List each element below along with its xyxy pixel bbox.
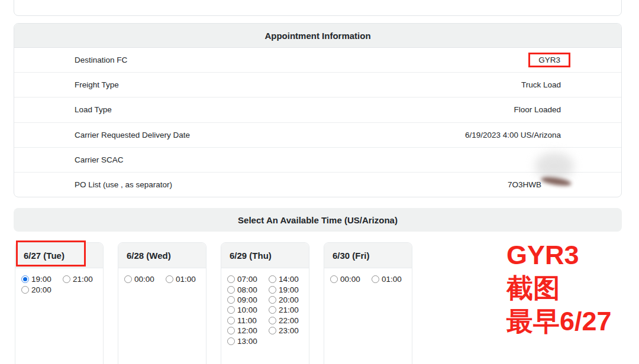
day-cards: 6/27 (Tue) 19:00 20:00 21:00 — [15, 242, 412, 364]
radio-icon[interactable] — [227, 337, 235, 345]
day-label: 6/30 (Fri) — [333, 251, 370, 261]
radio-icon[interactable] — [227, 317, 235, 324]
day-card-6-29: 6/29 (Thu) 07:00 08:00 09:00 — [221, 242, 309, 364]
radio-icon[interactable] — [124, 275, 132, 283]
row-label-load-type: Load Type — [75, 105, 112, 114]
time-slot-21-00[interactable]: 21:00 — [63, 274, 93, 284]
radio-icon[interactable] — [269, 327, 276, 334]
time-slot-19-00[interactable]: 19:00 — [21, 274, 63, 284]
radio-icon[interactable] — [227, 275, 235, 283]
day-slots: 07:00 08:00 09:00 10:00 — [221, 268, 309, 346]
time-slot-00-00[interactable]: 00:00 — [330, 274, 372, 284]
radio-icon[interactable] — [269, 317, 276, 324]
time-slot-label: 09:00 — [237, 295, 257, 304]
time-slot-09-00[interactable]: 09:00 — [227, 295, 269, 305]
row-value-po-list: 7O3HWB — [508, 180, 541, 189]
row-value-load-type: Floor Loaded — [514, 105, 561, 114]
time-slot-11-00[interactable]: 11:00 — [227, 316, 269, 326]
table-row: PO List (use , as separator) 7O3HWB — [14, 173, 621, 197]
time-slot-label: 01:00 — [382, 275, 402, 284]
day-card-6-27: 6/27 (Tue) 19:00 20:00 21:00 — [15, 242, 104, 364]
time-slot-12-00[interactable]: 12:00 — [227, 326, 269, 336]
time-slot-14-00[interactable]: 14:00 — [269, 274, 299, 284]
row-label-po-list: PO List (use , as separator) — [75, 180, 172, 189]
page: Appointment Information Destination FC G… — [0, 0, 639, 364]
time-slot-label: 08:00 — [237, 285, 257, 294]
time-slot-label: 00:00 — [340, 275, 360, 284]
row-label-freight-type: Freight Type — [75, 80, 119, 89]
time-slot-label: 21:00 — [279, 306, 299, 314]
time-slot-label: 23:00 — [279, 326, 299, 335]
annotation-line: GYR3 — [506, 239, 612, 272]
day-header-6-30: 6/30 (Fri) — [324, 243, 412, 268]
row-value-destination-fc: GYR3 — [538, 56, 560, 64]
appointment-rows: Destination FC GYR3 Freight Type Truck L… — [14, 48, 621, 197]
previous-panel-partial — [14, 0, 622, 16]
time-slot-01-00[interactable]: 01:00 — [166, 274, 196, 284]
radio-checked-icon[interactable] — [21, 275, 29, 283]
time-slot-20-00[interactable]: 20:00 — [269, 295, 299, 305]
annotation-line: 截图 — [506, 272, 612, 305]
radio-icon[interactable] — [63, 275, 70, 283]
radio-icon[interactable] — [269, 306, 276, 314]
time-slot-label: 19:00 — [31, 275, 51, 284]
day-header-6-27: 6/27 (Tue) — [15, 243, 103, 268]
time-slot-00-00[interactable]: 00:00 — [124, 274, 166, 284]
radio-icon[interactable] — [227, 296, 235, 304]
time-slot-label: 00:00 — [134, 275, 154, 284]
appointment-information-header: Appointment Information — [14, 24, 621, 48]
time-slot-19-00[interactable]: 19:00 — [269, 284, 299, 294]
time-slot-label: 07:00 — [237, 275, 257, 284]
day-label: 6/29 (Thu) — [230, 251, 272, 261]
time-slot-label: 11:00 — [237, 316, 257, 325]
radio-icon[interactable] — [330, 275, 338, 283]
table-row: Destination FC GYR3 — [14, 48, 621, 73]
table-row: Freight Type Truck Load — [14, 73, 621, 98]
table-row: Carrier SCAC — [14, 148, 621, 173]
radio-icon[interactable] — [372, 275, 379, 283]
time-slot-label: 12:00 — [237, 326, 257, 335]
time-slot-10-00[interactable]: 10:00 — [227, 305, 269, 315]
row-value-carrier-requested-delivery-date: 6/19/2023 4:00 US/Arizona — [465, 131, 561, 139]
row-label-carrier-requested-delivery-date: Carrier Requested Delivery Date — [75, 131, 190, 139]
day-header-6-28: 6/28 (Wed) — [118, 243, 206, 268]
day-slots: 19:00 20:00 21:00 — [15, 268, 103, 295]
section-title: Select An Available Time (US/Arizona) — [238, 215, 398, 225]
time-slot-01-00[interactable]: 01:00 — [372, 274, 402, 284]
row-label-destination-fc: Destination FC — [75, 56, 127, 64]
radio-icon[interactable] — [166, 275, 173, 283]
day-slots: 00:00 01:00 — [324, 268, 412, 284]
day-header-6-29: 6/29 (Thu) — [221, 243, 309, 268]
day-card-6-30: 6/30 (Fri) 00:00 01:00 — [324, 242, 412, 364]
table-row: Carrier Requested Delivery Date 6/19/202… — [14, 123, 621, 148]
time-slot-label: 10:00 — [237, 306, 257, 314]
time-slot-label: 19:00 — [279, 285, 299, 294]
day-card-6-28: 6/28 (Wed) 00:00 01:00 — [118, 242, 206, 364]
time-slot-20-00[interactable]: 20:00 — [21, 284, 63, 294]
time-slot-21-00[interactable]: 21:00 — [269, 305, 299, 315]
time-slot-08-00[interactable]: 08:00 — [227, 284, 269, 294]
radio-icon[interactable] — [269, 275, 276, 283]
radio-icon[interactable] — [227, 306, 235, 314]
row-value-freight-type: Truck Load — [521, 80, 561, 89]
appointment-information-panel: Appointment Information Destination FC G… — [14, 23, 622, 197]
radio-icon[interactable] — [227, 286, 235, 294]
annotation-line: 最早6/27 — [506, 305, 612, 338]
time-slot-13-00[interactable]: 13:00 — [227, 336, 269, 346]
table-row: Load Type Floor Loaded — [14, 98, 621, 122]
time-slot-23-00[interactable]: 23:00 — [269, 326, 299, 336]
panel-title: Appointment Information — [264, 31, 370, 41]
time-slot-label: 01:00 — [176, 275, 196, 284]
day-label: 6/28 (Wed) — [127, 251, 171, 261]
time-slot-22-00[interactable]: 22:00 — [269, 316, 299, 326]
time-slot-07-00[interactable]: 07:00 — [227, 274, 269, 284]
red-annotation: GYR3 截图 最早6/27 — [506, 239, 612, 338]
radio-icon[interactable] — [269, 286, 276, 294]
row-label-carrier-scac: Carrier SCAC — [75, 155, 124, 164]
radio-icon[interactable] — [227, 327, 235, 334]
time-slot-label: 21:00 — [73, 275, 93, 284]
day-slots: 00:00 01:00 — [118, 268, 206, 284]
radio-icon[interactable] — [269, 296, 276, 304]
time-slot-label: 20:00 — [279, 295, 299, 304]
radio-icon[interactable] — [21, 286, 29, 294]
